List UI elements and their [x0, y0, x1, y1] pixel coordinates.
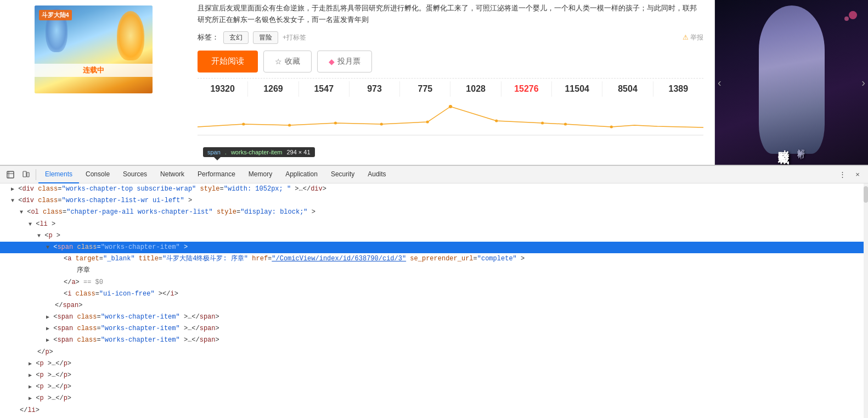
book-description: 且探宣后友观里面面众有生命逆旅，于走胜乱将具带回研究所进行孵化。蛋孵化工来了，可… [198, 3, 703, 26]
stat-value-2: 1269 [251, 84, 295, 94]
dom-line-5[interactable]: ▼ <p > [0, 230, 868, 242]
inspect-element-btn[interactable] [3, 167, 18, 182]
dom-line-13[interactable]: </p> [0, 347, 868, 358]
stat-value-7: 15276 [504, 84, 549, 94]
collect-label: 收藏 [285, 57, 300, 66]
scrollbar[interactable] [864, 183, 868, 418]
dom-line-8[interactable]: <i class="ui-icon-free" ></i> [0, 288, 868, 300]
attr-val-style-1: "width: 1052px; " [224, 185, 291, 193]
triangle-icon-15[interactable]: ▶ [29, 372, 32, 378]
triangle-icon-16[interactable]: ▶ [29, 384, 32, 390]
tab-security[interactable]: Security [324, 166, 361, 183]
tab-performance[interactable]: Performance [191, 166, 242, 183]
tag-name-1: div [22, 185, 34, 193]
stat-value-8: 11504 [555, 84, 599, 94]
stats-numbers: 19320 1269 1547 973 775 [198, 78, 703, 97]
triangle-icon-3[interactable]: ▼ [20, 209, 23, 215]
dom-line-16[interactable]: ▶ <p >…</p> [0, 381, 868, 393]
dom-line-6[interactable]: ▼ <span class="works-chapter-item" > [0, 242, 868, 253]
dom-line-18[interactable]: </li> [0, 405, 868, 416]
svg-point-3 [334, 121, 337, 124]
stat-9: 8504 [602, 81, 652, 97]
dom-line-4[interactable]: ▼ <li > [0, 219, 868, 230]
stat-10: 1389 [653, 81, 703, 97]
stat-5: 775 [400, 81, 450, 97]
sidebar-prev-btn[interactable]: ‹ [718, 76, 722, 89]
scroll-thumb[interactable] [864, 186, 868, 203]
triangle-icon-17[interactable]: ▶ [29, 395, 32, 402]
triangle-icon-2[interactable]: ▼ [11, 198, 14, 204]
tab-audits[interactable]: Audits [361, 166, 392, 183]
book-cover: 斗罗大陆4 连载中 [35, 5, 153, 93]
triangle-icon-5[interactable]: ▼ [37, 233, 41, 239]
triangle-icon-11[interactable]: ▶ [46, 326, 49, 332]
tooltip-size: 294 × 41 [286, 149, 310, 155]
tag-close-1: >…</ [295, 185, 311, 193]
star-icon: ☆ [275, 57, 282, 66]
dom-line-14[interactable]: ▶ <p >…</p> [0, 358, 868, 370]
dom-line-3[interactable]: ▼ <ol class="chapter-page-all works-chap… [0, 207, 868, 218]
tab-network[interactable]: Network [154, 166, 191, 183]
tab-console[interactable]: Console [79, 166, 116, 183]
attr-eq-s1: = [220, 185, 224, 193]
dom-line-10[interactable]: ▶ <span class="works-chapter-item" >…</s… [0, 311, 868, 323]
triangle-icon-4[interactable]: ▼ [29, 221, 32, 227]
book-section: 斗罗大陆4 连载中 [0, 0, 187, 165]
triangle-icon-12[interactable]: ▶ [46, 337, 49, 343]
read-button[interactable]: 开始阅读 [198, 51, 258, 73]
toolbar-divider-1 [36, 169, 36, 180]
stat-2: 1269 [248, 81, 298, 97]
tooltip-classname: works-chapter-item [231, 149, 283, 155]
report-text: 举报 [690, 33, 703, 42]
devtools-settings-btn[interactable]: ⋮ [835, 167, 850, 182]
triangle-icon-1[interactable]: ▶ [11, 186, 14, 192]
stat-4: 973 [350, 81, 399, 97]
triangle-icon-10[interactable]: ▶ [46, 314, 49, 320]
dom-line-17[interactable]: ▶ <p >…</p> [0, 393, 868, 404]
report-button[interactable]: ⚠ 举报 [683, 33, 703, 42]
tab-elements[interactable]: Elements [38, 166, 79, 183]
element-tooltip: span.works-chapter-item 294 × 41 [203, 147, 315, 157]
devtools-toolbar: Elements Console Sources Network Perform… [0, 166, 868, 183]
stat-value-1: 19320 [200, 84, 245, 94]
dom-line-11[interactable]: ▶ <span class="works-chapter-item" >…</s… [0, 323, 868, 335]
triangle-icon-14[interactable]: ▶ [29, 361, 32, 367]
tag-add-btn[interactable]: +打标签 [283, 33, 306, 42]
svg-rect-14 [23, 171, 26, 177]
page-content: 斗罗大陆4 连载中 且探宣后友观里面面众有生命逆旅，于走胜乱将具带回研究所进行孵… [0, 0, 868, 165]
tab-memory[interactable]: Memory [242, 166, 279, 183]
vote-label: 投月票 [337, 57, 360, 66]
svg-point-4 [380, 122, 383, 125]
dom-line-7b[interactable]: 序章 [0, 265, 868, 276]
stat-3: 1547 [299, 81, 349, 97]
tag-adventure[interactable]: 冒险 [253, 31, 278, 44]
collect-button[interactable]: ☆ 收藏 [263, 51, 312, 73]
attr-name-style-1: style [200, 185, 220, 193]
svg-rect-15 [27, 172, 29, 177]
stat-value-6: 1028 [453, 84, 498, 94]
dom-line-2[interactable]: ▼ <div class="works-chapter-list-wr ui-l… [0, 195, 868, 207]
devtools-close-btn[interactable]: × [850, 167, 865, 182]
tooltip-tag: span [207, 149, 221, 155]
href-value[interactable]: "/ComicView/index/id/638790/cid/3" [272, 255, 406, 263]
tab-sources[interactable]: Sources [116, 166, 154, 183]
action-buttons: 开始阅读 ☆ 收藏 ◆ 投月票 [198, 51, 703, 73]
devtools-dom-content[interactable]: ▶ <div class="works-chapter-top subscrib… [0, 183, 868, 418]
vote-button[interactable]: ◆ 投月票 [317, 51, 372, 73]
dom-line-7[interactable]: <a target="_blank" title="斗罗大陆4终极斗罗: 序章"… [0, 253, 868, 265]
dom-line-1[interactable]: ▶ <div class="works-chapter-top subscrib… [0, 183, 868, 195]
stat-1: 19320 [198, 81, 247, 97]
tag-xuanhuan[interactable]: 玄幻 [223, 31, 249, 44]
dom-line-15[interactable]: ▶ <p >…</p> [0, 370, 868, 381]
sidebar-next-btn[interactable]: › [861, 76, 865, 89]
settings-icon: ⋮ [839, 170, 846, 179]
dom-line-12[interactable]: ▶ <span class="works-chapter-item" >…</s… [0, 335, 868, 346]
dom-line-7c[interactable]: </a> == $0 [0, 277, 868, 288]
triangle-icon-6[interactable]: ▼ [46, 244, 49, 250]
dom-line-9[interactable]: </span> [0, 300, 868, 311]
attr-val-class-1: "works-chapter-top subscribe-wrap" [61, 185, 196, 193]
book-info: 且探宣后友观里面面众有生命逆旅，于走胜乱将具带回研究所进行孵化。蛋孵化工来了，可… [187, 0, 714, 165]
tab-application[interactable]: Application [279, 166, 324, 183]
device-toggle-btn[interactable] [18, 167, 33, 182]
stat-value-3: 1547 [302, 84, 346, 94]
